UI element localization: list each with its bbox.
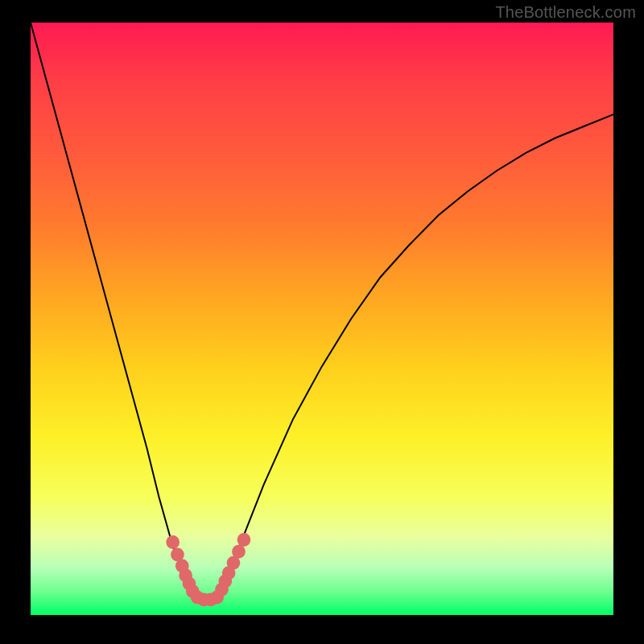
plot-area bbox=[31, 23, 613, 615]
highlight-dots-right-dot bbox=[237, 533, 251, 547]
bottleneck-curve bbox=[31, 23, 613, 603]
highlight-dots-left-dot bbox=[166, 535, 180, 549]
chart-svg bbox=[31, 23, 613, 615]
highlight-dots-right-dot bbox=[232, 545, 246, 559]
chart-frame: TheBottleneck.com bbox=[0, 0, 644, 644]
watermark-text: TheBottleneck.com bbox=[495, 3, 636, 22]
